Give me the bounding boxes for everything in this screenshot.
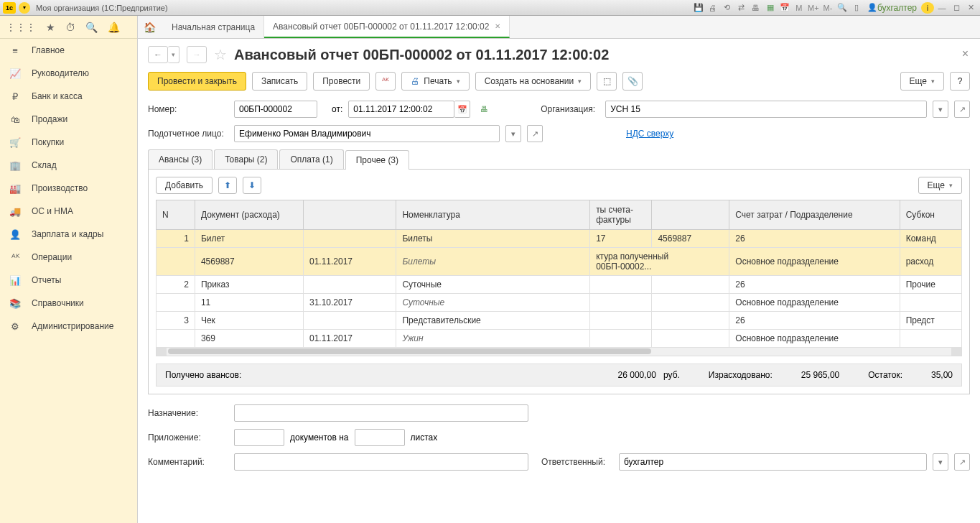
sidebar-item-6[interactable]: 🏭Производство [0,177,137,200]
table-row[interactable]: 456988701.11.2017Билетыктура полученный … [157,248,962,276]
grid-cell[interactable]: Основное подразделение [729,294,900,312]
grid-cell[interactable] [157,248,195,276]
org-dropdown-icon[interactable]: ▾ [933,101,948,118]
person-dropdown-icon[interactable]: ▾ [505,125,521,142]
grid-cell[interactable] [900,330,961,348]
grid-cell[interactable]: 31.10.2017 [303,294,396,312]
grid-cell[interactable]: Основное подразделение [729,248,900,276]
tab-more-button[interactable]: Еще▾ [918,177,962,194]
number-input[interactable] [234,101,317,118]
org-open-icon[interactable]: ↗ [954,101,970,118]
more-button[interactable]: Еще▾ [900,72,944,91]
grid-cell[interactable] [590,276,652,294]
grid-cell[interactable] [303,276,396,294]
compare-icon[interactable]: ⇄ [735,2,748,14]
grid-cell[interactable]: 4569887 [652,230,729,248]
favorite-icon[interactable]: ☆ [214,46,227,63]
grid-cell[interactable]: 1 [157,230,195,248]
grid-cell[interactable]: 3 [157,312,195,330]
grid-cell[interactable]: 17 [590,230,652,248]
grid-header[interactable]: ты счета-фактуры [590,200,652,230]
m-icon[interactable]: M [793,2,806,14]
grid-cell[interactable] [590,330,652,348]
sidebar-item-7[interactable]: 🚚ОС и НМА [0,200,137,223]
grid-cell[interactable] [303,230,396,248]
print-button[interactable]: 🖨Печать▾ [401,72,469,91]
sidebar-item-2[interactable]: ₽Банк и касса [0,85,137,108]
grid-header[interactable]: N [157,200,195,230]
sidebar-item-8[interactable]: 👤Зарплата и кадры [0,223,137,246]
bell-icon[interactable]: 🔔 [108,22,120,33]
m-minus-icon[interactable]: M- [821,2,834,14]
minimize-icon[interactable]: — [935,2,948,14]
tab-document[interactable]: Авансовый отчет 00БП-000002 от 01.11.201… [264,16,510,38]
grid-cell[interactable]: Основное подразделение [729,330,900,348]
person-open-icon[interactable]: ↗ [527,125,543,142]
resp-dropdown-icon[interactable]: ▾ [933,453,948,471]
write-button[interactable]: Записать [252,72,307,91]
app-menu-dropdown[interactable]: ▾ [19,2,30,14]
table-row[interactable]: 1БилетБилеты17456988726Команд [157,230,962,248]
grid-cell[interactable] [157,294,195,312]
grid-header[interactable]: Документ (расхода) [195,200,303,230]
grid-cell[interactable]: 2 [157,276,195,294]
grid-cell[interactable]: Представительские [396,312,590,330]
history-icon[interactable]: ⏱ [65,22,75,33]
info-icon[interactable]: i [921,2,934,14]
zoom-icon[interactable]: 🔍 [836,2,849,14]
table-row[interactable]: 2ПриказСуточные26Прочие [157,276,962,294]
nav-back-dropdown[interactable]: ▾ [168,46,179,63]
grid-cell[interactable]: Билеты [396,230,590,248]
calendar-icon[interactable]: 📅 [778,2,791,14]
tab-other[interactable]: Прочее (3) [345,150,409,170]
attach-docs-input[interactable] [234,429,284,446]
purpose-input[interactable] [234,404,528,422]
grid-cell[interactable]: 369 [195,330,303,348]
user-icon[interactable]: 👤бухгалтер [864,2,920,14]
vat-link[interactable]: НДС сверху [626,129,673,139]
sidebar-item-4[interactable]: 🛒Покупки [0,131,137,154]
grid-cell[interactable]: Билеты [396,248,590,276]
tab-home[interactable]: Начальная страница [163,16,264,38]
sidebar-item-12[interactable]: ⚙Администрирование [0,315,137,338]
table-row[interactable]: 36901.11.2017УжинОсновное подразделение [157,330,962,348]
home-icon[interactable]: 🏠 [144,22,156,33]
nav-back-button[interactable]: ← [148,46,168,63]
sidebar-item-5[interactable]: 🏢Склад [0,154,137,177]
grid-cell[interactable]: Суточные [396,276,590,294]
tab-advances[interactable]: Авансы (3) [148,149,213,169]
grid-cell[interactable]: расход [900,248,961,276]
person-input[interactable] [234,125,500,142]
grid-cell[interactable]: 26 [729,276,900,294]
grid-header[interactable]: Счет затрат / Подразделение [729,200,900,230]
maximize-icon[interactable]: ◻ [950,2,963,14]
grid-cell[interactable]: 26 [729,230,900,248]
search-icon[interactable]: 🔍 [85,22,98,33]
attach-sheets-input[interactable] [355,429,405,446]
calendar-picker-icon[interactable]: 📅 [454,101,470,118]
grid-header[interactable]: Номенклатура [396,200,590,230]
grid-header[interactable] [652,200,729,230]
grid-cell[interactable] [652,330,729,348]
date-input[interactable] [348,101,454,118]
tab-goods[interactable]: Товары (2) [214,149,278,169]
print-small-icon[interactable]: 🖶 [476,101,492,118]
dt-kt-button[interactable]: ᴬᴷ [375,72,396,91]
grid-cell[interactable] [157,330,195,348]
star-icon[interactable]: ★ [46,22,55,33]
refresh-icon[interactable]: ⟲ [721,2,734,14]
grid-cell[interactable]: Приказ [195,276,303,294]
grid-cell[interactable] [303,312,396,330]
sidebar-item-1[interactable]: 📈Руководителю [0,62,137,85]
grid-cell[interactable]: 4569887 [195,248,303,276]
tab-close-icon[interactable]: ✕ [495,22,500,30]
grid-cell[interactable]: Билет [195,230,303,248]
sidebar-item-10[interactable]: 📊Отчеты [0,269,137,292]
grid-cell[interactable] [900,294,961,312]
resp-open-icon[interactable]: ↗ [954,453,970,471]
add-button[interactable]: Добавить [156,177,213,194]
grid-cell[interactable] [652,276,729,294]
help-button[interactable]: ? [950,72,970,91]
table-row[interactable]: 3ЧекПредставительские26Предст [157,312,962,330]
grid-header[interactable]: Субкон [900,200,961,230]
